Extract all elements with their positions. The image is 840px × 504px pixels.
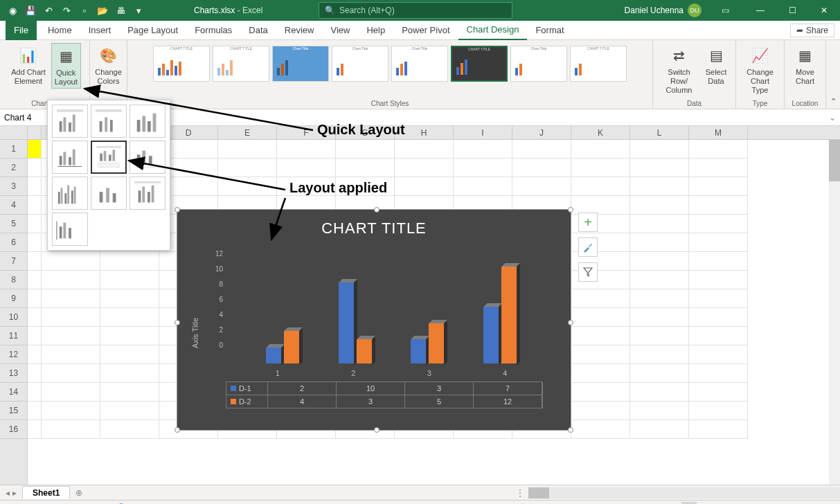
- page-layout-view-button[interactable]: ▤: [698, 502, 713, 505]
- chart-style-6[interactable]: CHART TITLE: [451, 46, 508, 82]
- row-header[interactable]: 10: [0, 308, 27, 327]
- chart-style-7[interactable]: Chart Title: [510, 46, 567, 82]
- tab-help[interactable]: Help: [358, 21, 393, 40]
- tab-data[interactable]: Data: [240, 21, 276, 40]
- layout-2[interactable]: [91, 105, 127, 138]
- col-header[interactable]: M: [689, 126, 748, 139]
- ribbon-display-icon[interactable]: ▭: [717, 2, 733, 19]
- user-account[interactable]: Daniel Uchenna DU: [625, 3, 702, 17]
- tab-power-pivot[interactable]: Power Pivot: [393, 21, 458, 40]
- tab-file[interactable]: File: [6, 21, 37, 40]
- close-button[interactable]: ✕: [808, 0, 840, 21]
- move-chart-button[interactable]: ▦ Move Chart: [792, 43, 819, 87]
- chart-plot-area[interactable]: [226, 242, 543, 366]
- open-icon[interactable]: 📂: [94, 2, 111, 19]
- chart-style-1[interactable]: CHART TITLE: [153, 46, 210, 82]
- chart-style-3[interactable]: Chart Title: [272, 46, 329, 82]
- tab-insert[interactable]: Insert: [80, 21, 120, 40]
- row-header[interactable]: 8: [0, 271, 27, 289]
- col-header[interactable]: G: [336, 126, 395, 139]
- row-header[interactable]: 11: [0, 327, 27, 345]
- col-header-a-partial[interactable]: [28, 126, 42, 139]
- tab-review[interactable]: Review: [276, 21, 323, 40]
- row-header[interactable]: 6: [0, 233, 27, 252]
- sheet-tab-sheet1[interactable]: Sheet1: [22, 486, 70, 499]
- quick-layout-button[interactable]: ▦ Quick Layout: [51, 43, 81, 89]
- resize-handle[interactable]: [568, 207, 573, 213]
- layout-8[interactable]: [91, 177, 127, 210]
- change-colors-button[interactable]: 🎨 Change Colors: [92, 43, 125, 87]
- horizontal-scrollbar[interactable]: [528, 487, 840, 498]
- layout-5[interactable]: [91, 141, 127, 174]
- maximize-button[interactable]: ☐: [776, 0, 808, 21]
- tab-format[interactable]: Format: [527, 21, 572, 40]
- switch-row-column-button[interactable]: ⇄ Switch Row/ Column: [659, 43, 699, 97]
- select-data-button[interactable]: ▤ Select Data: [702, 43, 730, 87]
- layout-4[interactable]: [52, 141, 88, 174]
- select-all-corner[interactable]: [0, 126, 28, 139]
- add-sheet-button[interactable]: ⊕: [70, 488, 88, 498]
- new-icon[interactable]: ▫: [76, 2, 93, 19]
- row-header[interactable]: 2: [0, 159, 27, 177]
- layout-3[interactable]: [129, 105, 166, 138]
- vertical-scrollbar[interactable]: [829, 140, 840, 485]
- hscroll-thumb[interactable]: [528, 487, 549, 498]
- sheet-prev-icon[interactable]: ◂: [6, 488, 10, 498]
- layout-10[interactable]: [52, 213, 88, 246]
- layout-6[interactable]: [129, 141, 166, 174]
- resize-handle[interactable]: [374, 207, 379, 213]
- chart-title[interactable]: CHART TITLE: [177, 210, 571, 242]
- row-header[interactable]: 13: [0, 364, 27, 383]
- resize-handle[interactable]: [175, 207, 180, 213]
- col-header[interactable]: I: [454, 126, 512, 139]
- row-header[interactable]: 12: [0, 345, 27, 364]
- share-button[interactable]: ➦ Share: [790, 24, 834, 37]
- chart-style-2[interactable]: CHART TITLE: [213, 46, 269, 82]
- chart-elements-button[interactable]: +: [578, 213, 598, 232]
- ribbon-collapse-icon[interactable]: ⌃: [826, 40, 840, 109]
- page-break-view-button[interactable]: ▥: [715, 502, 730, 505]
- tab-view[interactable]: View: [322, 21, 358, 40]
- sheet-split[interactable]: ⋮: [512, 488, 528, 498]
- resize-handle[interactable]: [568, 427, 573, 433]
- col-header[interactable]: K: [571, 126, 630, 139]
- layout-9[interactable]: [129, 177, 166, 210]
- tab-home[interactable]: Home: [39, 21, 80, 40]
- cell-a1-yellow[interactable]: [28, 140, 42, 159]
- resize-handle[interactable]: [175, 427, 180, 433]
- resize-handle[interactable]: [175, 320, 180, 325]
- col-header[interactable]: F: [277, 126, 336, 139]
- row-header[interactable]: 3: [0, 177, 27, 196]
- row-header[interactable]: 5: [0, 215, 27, 233]
- autosave-toggle[interactable]: ◉: [4, 2, 21, 19]
- redo-icon[interactable]: ↷: [58, 2, 75, 19]
- chart-style-8[interactable]: CHART TITLE: [570, 46, 627, 82]
- row-header[interactable]: 16: [0, 420, 27, 439]
- embedded-chart[interactable]: CHART TITLE Axis Title 12 10 8 6 4 2 0 1…: [177, 209, 571, 431]
- undo-icon[interactable]: ↶: [40, 2, 57, 19]
- chart-style-4[interactable]: Chart Title: [332, 46, 388, 82]
- layout-1[interactable]: [52, 105, 88, 138]
- y-axis-title[interactable]: Axis Title: [191, 318, 199, 348]
- chart-style-5[interactable]: Chart Title: [391, 46, 448, 82]
- row-header[interactable]: 9: [0, 289, 27, 308]
- col-header[interactable]: E: [218, 126, 277, 139]
- normal-view-button[interactable]: ▦: [681, 502, 697, 505]
- minimize-button[interactable]: —: [744, 0, 776, 21]
- row-header[interactable]: 7: [0, 252, 27, 271]
- col-header[interactable]: H: [395, 126, 454, 139]
- row-header[interactable]: 15: [0, 402, 27, 420]
- layout-7[interactable]: [52, 177, 88, 210]
- chart-styles-button[interactable]: [578, 237, 598, 257]
- row-header[interactable]: 4: [0, 196, 27, 215]
- tab-formulas[interactable]: Formulas: [186, 21, 240, 40]
- resize-handle[interactable]: [568, 320, 573, 325]
- save-icon[interactable]: 💾: [22, 2, 39, 19]
- add-chart-element-button[interactable]: 📊 Add Chart Element: [8, 43, 48, 87]
- resize-handle[interactable]: [374, 427, 379, 433]
- col-header[interactable]: L: [630, 126, 689, 139]
- change-chart-type-button[interactable]: 📈 Change Chart Type: [742, 43, 778, 97]
- sheet-next-icon[interactable]: ▸: [12, 488, 17, 498]
- chart-filter-button[interactable]: [578, 262, 598, 282]
- tab-page-layout[interactable]: Page Layout: [119, 21, 186, 40]
